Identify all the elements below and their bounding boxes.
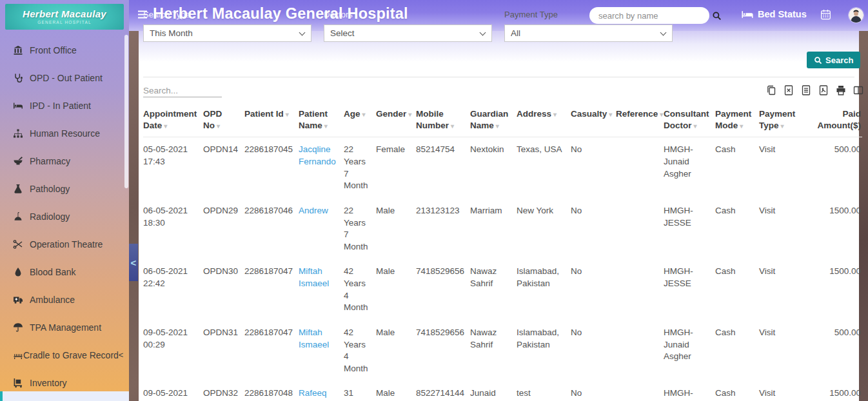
user-avatar[interactable] [849,8,863,23]
column-header-patient-id[interactable]: Patient Id▾ [244,103,299,137]
sidebar-item-opd-out-patient[interactable]: OPD - Out Patient [0,64,129,92]
sidebar-item-pathology[interactable]: Pathology [0,175,129,202]
excel-icon[interactable] [783,84,794,96]
column-header-appointment-date[interactable]: Appointment Date▾ [143,103,203,137]
cell-casualty: No [571,137,616,199]
column-header-consultant-doctor[interactable]: Consultant Doctor▾ [664,103,715,137]
sort-caret-icon: ▾ [609,111,612,118]
cell-patient-name: Miftah Ismaeel [299,259,344,320]
sidebar-scrollbar[interactable] [124,35,128,188]
sidebar-item-ambulance[interactable]: Ambulance [0,286,129,313]
column-label: Payment Mode [715,109,751,130]
doctors-select-wrap: Select [324,24,492,42]
chevron-left-icon: < [119,350,124,360]
payment-type-select[interactable]: All [504,24,673,42]
table-row: 09-05-2021 00:29OPDN312286187047Miftah I… [143,320,862,382]
column-header-casualty[interactable]: Casualty▾ [571,103,616,137]
column-label: Appointment Date [143,109,197,130]
cell-age: 22 Years 7 Month [344,137,376,199]
patient-name-link[interactable]: Rafeeq Sajan [299,388,327,401]
search-type-select-wrap: This Month [143,24,311,42]
column-label: Mobile Number [416,109,449,130]
sort-caret-icon: ▾ [781,122,784,130]
cell-consultant-doctor: HMGH-JESSE [664,199,715,260]
cell-consultant-doctor: HMGH-Junaid Asgher [664,320,715,382]
column-header-mobile-number[interactable]: Mobile Number▾ [416,103,470,137]
sort-caret-icon: ▾ [660,111,663,118]
sidebar-item-human-resource[interactable]: Human Resource [0,119,129,147]
cell-opd-no: OPDN31 [203,320,244,382]
cell-patient-id: 2286187046 [244,199,299,260]
search-icon[interactable] [712,11,722,21]
sort-caret-icon: ▾ [694,122,697,130]
sidebar-collapse-arrow[interactable]: < [129,244,138,281]
column-label: Paid Amount($) [818,109,862,130]
sidebar: Herbert Macaulay GENERAL HOSPITAL Front … [0,0,129,401]
sort-caret-icon: ▾ [553,111,557,118]
ambulance-icon [13,295,30,305]
sidebar-item-label: IPD - In Patient [30,101,91,111]
cell-appointment-date: 05-05-2021 17:43 [143,137,203,199]
cell-reference [616,381,664,401]
sidebar-item-blood-bank[interactable]: Blood Bank [0,258,129,286]
sidebar-item-label: Ambulance [30,295,75,305]
droplet-icon [13,267,30,277]
sidebar-item-front-office[interactable]: Front Office [0,36,129,64]
cell-reference [616,320,664,382]
columns-icon[interactable] [853,84,864,96]
cell-opd-no: OPDN29 [203,199,244,260]
calendar-icon[interactable] [820,9,831,23]
radiology-icon [13,211,30,222]
cell-guardian-name: Nextokin [470,137,517,199]
sort-caret-icon: ▾ [324,122,328,130]
cell-paid-amount: 500.00 [808,137,862,199]
sitemap-icon [13,128,30,139]
menu-toggle-icon[interactable] [137,10,148,21]
sidebar-item-ipd-in-patient[interactable]: IPD - In Patient [0,92,129,119]
bed-icon [13,101,30,111]
patient-name-link[interactable]: Jacqline Fernando [299,144,336,166]
table-body: 05-05-2021 17:43OPDN142286187045Jacqline… [143,137,862,401]
bed-icon [742,10,753,19]
cell-opd-no: OPDN30 [203,259,244,320]
search-type-select[interactable]: This Month [143,24,311,42]
header-search-input[interactable] [598,11,712,21]
doctors-select[interactable]: Select [324,24,492,42]
patient-name-link[interactable]: Miftah Ismaeel [299,266,329,288]
cell-mobile-number: 213123123 [416,199,470,260]
print-icon[interactable] [835,84,847,96]
cell-payment-mode: Cash [715,320,759,382]
column-header-payment-type[interactable]: Payment Type▾ [759,103,808,137]
patient-name-link[interactable]: Miftah Ismaeel [299,328,329,349]
copy-icon[interactable] [765,84,777,96]
sidebar-item-pharmacy[interactable]: Pharmacy [0,147,129,175]
column-header-payment-mode[interactable]: Payment Mode▾ [715,103,759,137]
column-header-address[interactable]: Address▾ [517,103,571,137]
search-button[interactable]: Search [807,52,860,68]
column-header-guardian-name[interactable]: Guardian Name▾ [470,103,517,137]
sidebar-item-tpa-management[interactable]: TPA Management [0,313,129,341]
cell-payment-type: Visit [759,381,808,401]
file-text-icon[interactable] [800,84,812,96]
sidebar-item-operation-theatre[interactable]: Operation Theatre [0,230,129,258]
column-label: Casualty [571,109,607,119]
bed-status-button[interactable]: Bed Status [742,9,807,19]
column-header-age[interactable]: Age▾ [344,103,376,137]
sort-caret-icon: ▾ [408,111,411,118]
column-header-reference[interactable]: Reference▾ [616,103,664,137]
hospital-logo[interactable]: Herbert Macaulay GENERAL HOSPITAL [5,4,124,30]
patient-name-link[interactable]: Andrew [299,206,328,215]
sidebar-footer-item[interactable] [0,391,129,401]
sidebar-item-cradle-to-grave-record[interactable]: Cradle to Grave Record< [0,341,129,369]
column-header-patient-name[interactable]: Patient Name▾ [299,103,344,137]
column-header-opd-no[interactable]: OPD No▾ [203,103,244,137]
scissors-icon [13,239,30,249]
cell-mobile-number: 7418529656 [416,320,470,382]
column-header-gender[interactable]: Gender▾ [376,103,416,137]
table-search-input[interactable] [143,84,222,97]
search-icon [814,56,822,64]
sidebar-item-radiology[interactable]: Radiology [0,202,129,230]
column-header-paid-amount[interactable]: Paid Amount($) [808,103,862,137]
cell-payment-type: Visit [759,137,808,199]
pdf-icon[interactable] [818,84,829,96]
